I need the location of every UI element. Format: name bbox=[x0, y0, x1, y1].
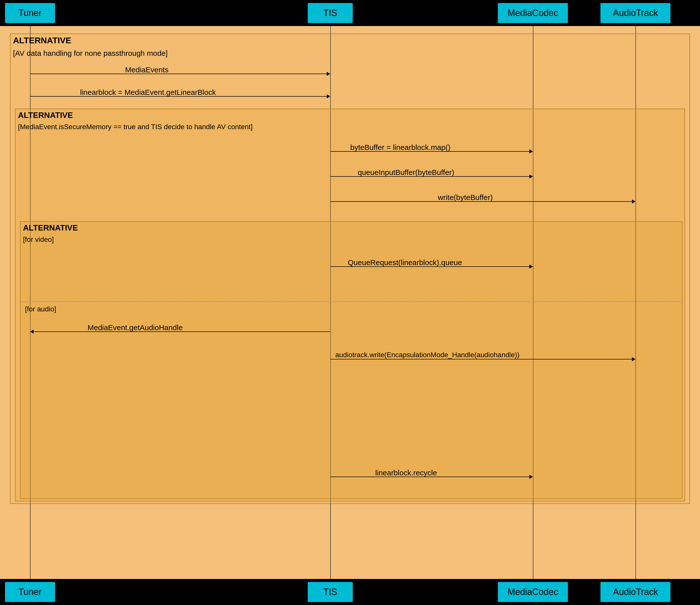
label-linearblock-recycle: linearblock.recycle bbox=[375, 468, 437, 477]
footer-bar: Tuner TIS MediaCodec AudioTrack bbox=[0, 579, 700, 605]
inner-alt1-label: ALTERNATIVE bbox=[18, 111, 73, 120]
header-bar: Tuner TIS MediaCodec AudioTrack bbox=[0, 0, 700, 26]
inner-alt1-condition: [MediaEvent.isSecureMemory == true and T… bbox=[18, 123, 253, 131]
message-mediaevents bbox=[30, 74, 330, 74]
message-audiotrack-write bbox=[330, 359, 635, 359]
label-queueinputbuffer: queueInputBuffer(byteBuffer) bbox=[358, 168, 454, 177]
dashed-separator bbox=[20, 301, 682, 302]
diagram-container: Tuner TIS MediaCodec AudioTrack ALTERNAT… bbox=[0, 0, 700, 605]
label-mediaevents: MediaEvents bbox=[125, 66, 168, 74]
actor-tis-top: TIS bbox=[308, 3, 353, 23]
label-getaudiohandle: MediaEvent.getAudioHandle bbox=[88, 323, 183, 332]
label-queuerequest: QueueRequest(linearblock).queue bbox=[348, 258, 462, 267]
actor-mediacodec-bottom: MediaCodec bbox=[498, 582, 568, 602]
outer-alt-condition: [AV data handling for none passthrough m… bbox=[13, 49, 168, 57]
inner-alt2-label: ALTERNATIVE bbox=[23, 223, 78, 233]
actor-audiotrack-top: AudioTrack bbox=[600, 3, 671, 23]
outer-alt-label: ALTERNATIVE bbox=[13, 35, 71, 45]
label-getlinearblock: linearblock = MediaEvent.getLinearBlock bbox=[80, 88, 216, 97]
actor-tis-bottom: TIS bbox=[308, 582, 353, 602]
actor-tuner-bottom: Tuner bbox=[5, 582, 55, 602]
inner-alt2-condition2: [for audio] bbox=[25, 305, 56, 313]
actor-tuner-top: Tuner bbox=[5, 3, 55, 23]
actor-mediacodec-top: MediaCodec bbox=[498, 3, 568, 23]
label-write-bytebuffer: write(byteBuffer) bbox=[438, 193, 493, 202]
inner-alt2-condition1: [for video] bbox=[23, 236, 54, 244]
label-bytebuffer-map: byteBuffer = linearblock.map() bbox=[350, 143, 450, 152]
diagram-area: ALTERNATIVE [AV data handling for none p… bbox=[0, 26, 700, 579]
actor-audiotrack-bottom: AudioTrack bbox=[600, 582, 671, 602]
label-audiotrack-write: audiotrack.write(EncapsulationMode_Handl… bbox=[335, 351, 519, 359]
